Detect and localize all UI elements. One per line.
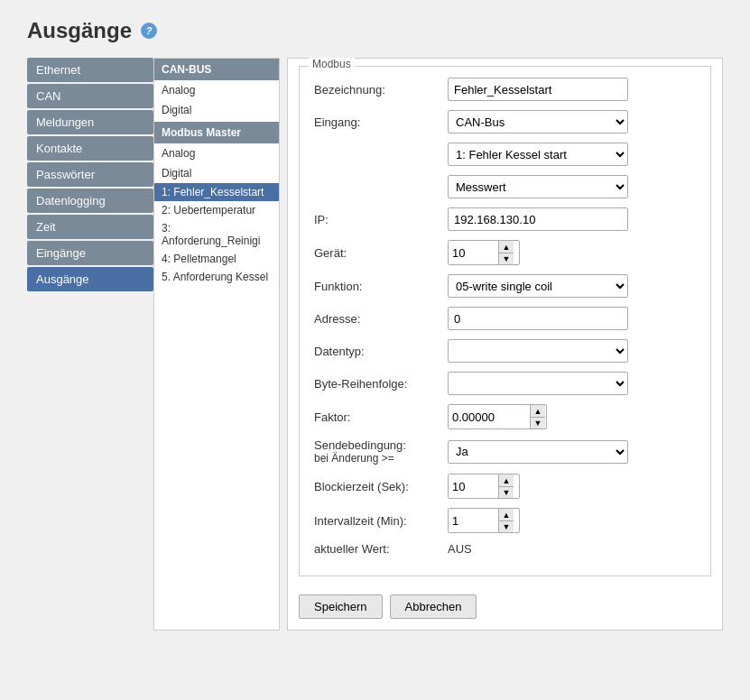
sidebar-item-passwoerter[interactable]: Passwörter xyxy=(27,162,153,187)
modbus-digital[interactable]: Digital xyxy=(154,163,279,183)
blockierzeit-spinbox: ▲ ▼ xyxy=(448,474,520,499)
sendebedingung-select[interactable]: Ja Nein xyxy=(448,440,628,464)
adresse-row: Adresse: xyxy=(314,307,696,330)
modbus-fieldset: Modbus Bezeichnung: Eingang: CAN-Bus Dig… xyxy=(299,66,711,576)
form-panel: Modbus Bezeichnung: Eingang: CAN-Bus Dig… xyxy=(287,58,723,631)
speichern-button[interactable]: Speichern xyxy=(299,594,383,619)
sidebar: Ethernet CAN Meldungen Kontakte Passwört… xyxy=(27,58,153,631)
blockierzeit-input[interactable] xyxy=(449,474,498,498)
geraet-label: Gerät: xyxy=(314,246,440,260)
page-title-row: Ausgänge ? xyxy=(27,18,723,43)
fehler-row: 1: Fehler Kessel start 2: Uebertemperatu… xyxy=(314,143,696,166)
blockierzeit-spin-up[interactable]: ▲ xyxy=(499,474,514,486)
modbus-list-item-2[interactable]: 2: Uebertemperatur xyxy=(154,201,279,219)
sidebar-item-kontakte[interactable]: Kontakte xyxy=(27,136,153,161)
info-icon[interactable]: ? xyxy=(141,23,157,39)
intervallzeit-spin-up[interactable]: ▲ xyxy=(499,509,514,520)
datentyp-row: Datentyp: INT16 UINT16 FLOAT32 xyxy=(314,339,696,363)
modbus-list-item-1[interactable]: 1: Fehler_Kesselstart xyxy=(154,183,279,201)
fieldset-legend: Modbus xyxy=(309,58,355,70)
intervallzeit-row: Intervallzeit (Min): ▲ ▼ xyxy=(314,508,696,533)
aktueller-wert-row: aktueller Wert: AUS xyxy=(314,542,696,556)
geraet-row: Gerät: ▲ ▼ xyxy=(314,240,696,265)
adresse-input[interactable] xyxy=(448,307,628,330)
faktor-label: Faktor: xyxy=(314,410,440,424)
datentyp-select[interactable]: INT16 UINT16 FLOAT32 xyxy=(448,339,628,363)
page-wrapper: Ausgänge ? Ethernet CAN Meldungen Kontak… xyxy=(0,0,750,649)
faktor-spin-down[interactable]: ▼ xyxy=(531,417,545,428)
geraet-input[interactable] xyxy=(449,241,498,264)
content-area: CAN-BUS Analog Digital Modbus Master Ana… xyxy=(153,58,723,631)
geraet-spin-up[interactable]: ▲ xyxy=(499,241,514,253)
canbus-digital[interactable]: Digital xyxy=(154,100,279,120)
eingang-row: Eingang: CAN-Bus Digital Analog xyxy=(314,110,696,134)
faktor-spinbox: ▲ ▼ xyxy=(448,404,547,429)
sidebar-item-zeit[interactable]: Zeit xyxy=(27,215,153,239)
aktueller-wert-value: AUS xyxy=(448,542,472,556)
datentyp-label: Datentyp: xyxy=(314,345,440,358)
sidebar-item-can[interactable]: CAN xyxy=(27,84,153,108)
sidebar-item-ausgaenge[interactable]: Ausgänge xyxy=(27,267,153,291)
eingang-label: Eingang: xyxy=(314,115,440,129)
bezeichnung-label: Bezeichnung: xyxy=(314,83,440,97)
funktion-label: Funktion: xyxy=(314,280,440,293)
geraet-spinbox: ▲ ▼ xyxy=(448,240,520,265)
blockierzeit-spin-down[interactable]: ▼ xyxy=(499,486,514,498)
sidebar-item-datenlogging[interactable]: Datenlogging xyxy=(27,189,153,213)
left-panel: CAN-BUS Analog Digital Modbus Master Ana… xyxy=(153,58,280,631)
ip-label: IP: xyxy=(314,213,440,226)
funktion-select[interactable]: 05-write single coil 06-write single reg… xyxy=(448,274,628,298)
modbus-list-item-5[interactable]: 5. Anforderung Kessel xyxy=(154,268,279,286)
byte-reihenfolge-select[interactable]: Big Endian Little Endian xyxy=(448,372,628,395)
sidebar-item-ethernet[interactable]: Ethernet xyxy=(27,58,153,82)
geraet-spin-down[interactable]: ▼ xyxy=(499,253,514,264)
intervallzeit-spin-down[interactable]: ▼ xyxy=(499,520,514,532)
ip-row: IP: xyxy=(314,207,696,231)
modbus-list-item-3[interactable]: 3: Anforderung_Reinigi xyxy=(154,219,279,250)
sendebedingung-label: Sendebedingung: bei Änderung >= xyxy=(314,438,440,465)
fehler-select[interactable]: 1: Fehler Kessel start 2: Uebertemperatu… xyxy=(448,143,628,166)
aktueller-wert-label: aktueller Wert: xyxy=(314,542,440,556)
intervallzeit-spinbox: ▲ ▼ xyxy=(448,508,520,533)
byte-reihenfolge-label: Byte-Reihenfolge: xyxy=(314,377,440,391)
bezeichnung-input[interactable] xyxy=(448,78,628,101)
canbus-header[interactable]: CAN-BUS xyxy=(154,59,279,80)
adresse-label: Adresse: xyxy=(314,312,440,326)
ip-input[interactable] xyxy=(448,207,628,231)
faktor-row: Faktor: ▲ ▼ xyxy=(314,404,696,429)
modbus-list-item-4[interactable]: 4: Pelletmangel xyxy=(154,250,279,268)
bottom-buttons: Speichern Abbrechen xyxy=(288,584,722,630)
sendebedingung-row: Sendebedingung: bei Änderung >= Ja Nein xyxy=(314,438,696,465)
blockierzeit-label: Blockierzeit (Sek): xyxy=(314,480,440,493)
eingang-select[interactable]: CAN-Bus Digital Analog xyxy=(448,110,628,134)
messwert-row: Messwert Status xyxy=(314,175,696,198)
byte-reihenfolge-row: Byte-Reihenfolge: Big Endian Little Endi… xyxy=(314,372,696,395)
main-layout: Ethernet CAN Meldungen Kontakte Passwört… xyxy=(27,58,723,631)
intervallzeit-label: Intervallzeit (Min): xyxy=(314,514,440,528)
sidebar-item-meldungen[interactable]: Meldungen xyxy=(27,110,153,134)
funktion-row: Funktion: 05-write single coil 06-write … xyxy=(314,274,696,298)
page-title: Ausgänge xyxy=(27,18,132,43)
faktor-spin-up[interactable]: ▲ xyxy=(531,405,545,417)
canbus-analog[interactable]: Analog xyxy=(154,80,279,100)
abbrechen-button[interactable]: Abbrechen xyxy=(390,594,477,619)
intervallzeit-input[interactable] xyxy=(449,509,498,532)
sidebar-item-eingaenge[interactable]: Eingänge xyxy=(27,241,153,265)
blockierzeit-row: Blockierzeit (Sek): ▲ ▼ xyxy=(314,474,696,499)
modbus-analog[interactable]: Analog xyxy=(154,143,279,163)
faktor-input[interactable] xyxy=(449,405,530,428)
bezeichnung-row: Bezeichnung: xyxy=(314,78,696,101)
modbus-header[interactable]: Modbus Master xyxy=(154,122,279,143)
messwert-select[interactable]: Messwert Status xyxy=(448,175,628,198)
